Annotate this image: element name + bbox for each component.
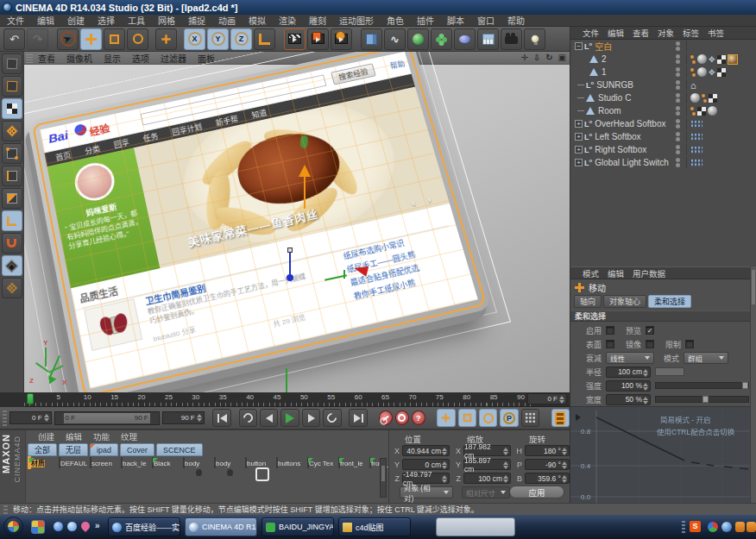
material-item[interactable]: button: [245, 458, 274, 467]
quick-launch-icon[interactable]: [67, 522, 77, 531]
taskbar-item-c4d-textures[interactable]: c4d贴图: [338, 517, 411, 536]
menu-item[interactable]: 文件: [7, 14, 24, 27]
collapse-icon[interactable]: −: [575, 42, 583, 50]
phong-tag[interactable]: [690, 93, 700, 103]
uvw-tag[interactable]: [697, 107, 706, 116]
material-tab[interactable]: Cover: [120, 443, 154, 456]
menu-item[interactable]: 脚本: [447, 14, 464, 27]
keyframe-presets-button[interactable]: [551, 409, 570, 427]
preview-checkbox[interactable]: ✓: [646, 326, 654, 335]
display-tag[interactable]: [690, 55, 696, 64]
strength-field[interactable]: 100 %: [606, 380, 651, 392]
layer-tag[interactable]: [690, 133, 702, 141]
add-environment-button[interactable]: [477, 28, 499, 50]
material-item[interactable]: DEFAUL: [59, 458, 88, 467]
visibility-dots[interactable]: [676, 80, 680, 90]
display-tag[interactable]: [690, 107, 696, 116]
object-relative-dropdown[interactable]: 对象 (相对): [400, 486, 453, 498]
z-axis-lock-button[interactable]: Z: [230, 28, 252, 50]
material-menu-item[interactable]: 创建: [38, 430, 54, 442]
compositing-tag[interactable]: ⌂: [690, 81, 696, 90]
y-axis-lock-button[interactable]: Y: [207, 28, 229, 50]
phong-tag[interactable]: [708, 106, 717, 116]
add-generator-button[interactable]: [407, 28, 429, 50]
add-camera-button[interactable]: [501, 28, 522, 50]
menu-item[interactable]: 运动图形: [339, 14, 374, 27]
play-button[interactable]: [280, 409, 299, 427]
material-item[interactable]: Cyc Tex: [307, 458, 337, 467]
timeline-playhead[interactable]: [27, 393, 34, 404]
attribute-menu-item[interactable]: 用户数据: [633, 267, 665, 279]
object-row[interactable]: Room: [570, 104, 756, 117]
object-manager-menu-item[interactable]: 编辑: [608, 27, 624, 39]
avatar[interactable]: [72, 160, 117, 204]
material-menu-item[interactable]: 纹理: [121, 430, 137, 442]
pan-view-icon[interactable]: ✛: [520, 53, 527, 62]
phong-tag[interactable]: [697, 67, 707, 77]
attribute-menu-item[interactable]: 模式: [583, 267, 599, 279]
menu-item[interactable]: 动画: [218, 14, 236, 27]
coordinate-system-button[interactable]: [254, 28, 275, 50]
current-frame-field[interactable]: 0 F: [9, 411, 52, 424]
mode-dropdown[interactable]: 群组: [684, 352, 728, 364]
move-tool-button[interactable]: [80, 28, 102, 50]
render-view-button[interactable]: [284, 28, 306, 50]
add-mograph-button[interactable]: [431, 28, 452, 50]
taskbar-item-blank[interactable]: [436, 517, 515, 536]
selection-tool-button[interactable]: ➤: [57, 28, 79, 50]
record-keyframe-button[interactable]: [379, 411, 393, 425]
search-button[interactable]: 搜索经验: [331, 63, 376, 85]
workplane-mode-button[interactable]: [2, 121, 22, 141]
quick-launch-icon[interactable]: [54, 522, 63, 531]
object-manager-menu-item[interactable]: 书签: [708, 27, 724, 39]
next-frame-button[interactable]: [302, 409, 320, 427]
loop-button[interactable]: [323, 409, 341, 427]
visibility-dots[interactable]: [676, 132, 680, 141]
enable-checkbox[interactable]: [606, 326, 614, 335]
taskbar-item-baidu[interactable]: 百度经验——实用...: [108, 517, 180, 536]
taskbar-item-cinema4d[interactable]: CINEMA 4D R14....: [185, 517, 257, 536]
display-tag[interactable]: [690, 68, 696, 77]
object-manager-menu-item[interactable]: 对象: [658, 27, 674, 39]
viewport-menu-item[interactable]: 选项: [132, 52, 149, 65]
edges-mode-button[interactable]: [2, 166, 22, 186]
viewport-menu-item[interactable]: 显示: [104, 52, 121, 65]
rotation-p-field[interactable]: -90 °: [525, 459, 570, 470]
goto-start-button[interactable]: [212, 409, 230, 427]
autokey-button[interactable]: [395, 411, 409, 425]
visibility-dots[interactable]: [676, 54, 680, 64]
toggle-view-icon[interactable]: ▣: [558, 53, 566, 62]
width-slider[interactable]: [655, 396, 749, 403]
object-row[interactable]: Studio C: [570, 91, 756, 104]
quick-launch-icon[interactable]: [31, 520, 45, 534]
rotate-tool-button[interactable]: [127, 28, 148, 50]
object-row[interactable]: Lo SUNRGB ⌂: [570, 78, 756, 91]
model-mode-button[interactable]: [2, 76, 22, 97]
record-scale-toggle[interactable]: [458, 409, 476, 427]
layer-tag[interactable]: [690, 159, 702, 167]
timeline-frame-spinner[interactable]: 0 F: [527, 393, 567, 404]
snap-button[interactable]: [2, 233, 22, 254]
zoom-view-icon[interactable]: ⇩: [533, 53, 540, 62]
object-manager-menu-item[interactable]: 文件: [583, 27, 599, 39]
tray-orange-icon[interactable]: [747, 522, 756, 532]
falloff-dropdown[interactable]: 线性: [606, 352, 654, 364]
object-manager-menu-item[interactable]: 标签: [683, 27, 699, 39]
record-pla-toggle[interactable]: [521, 409, 539, 427]
falloff-curve-graph[interactable]: 0.8 0.4 0.0 简易模式 - 开启 使用CTRL配合点击切换: [570, 406, 756, 503]
points-mode-button[interactable]: [2, 143, 22, 164]
make-editable-button[interactable]: [2, 53, 22, 74]
object-row[interactable]: +Lo Global Light Switch: [570, 156, 756, 169]
start-button[interactable]: [3, 517, 23, 536]
uvw-tag[interactable]: [717, 68, 726, 77]
menu-item[interactable]: 编辑: [37, 14, 54, 27]
menu-item[interactable]: 网格: [158, 14, 175, 27]
object-row[interactable]: +Lo Right Softbox: [570, 143, 756, 156]
menu-item[interactable]: 雕刻: [309, 14, 326, 27]
visibility-dots[interactable]: [676, 158, 680, 167]
tab-soft-selection[interactable]: 柔和选择: [648, 295, 691, 308]
animbar-handle[interactable]: [3, 411, 7, 426]
tab-axis[interactable]: 轴向: [574, 295, 602, 308]
apply-button[interactable]: 应用: [509, 486, 564, 498]
material-item[interactable]: buttons: [276, 458, 306, 467]
